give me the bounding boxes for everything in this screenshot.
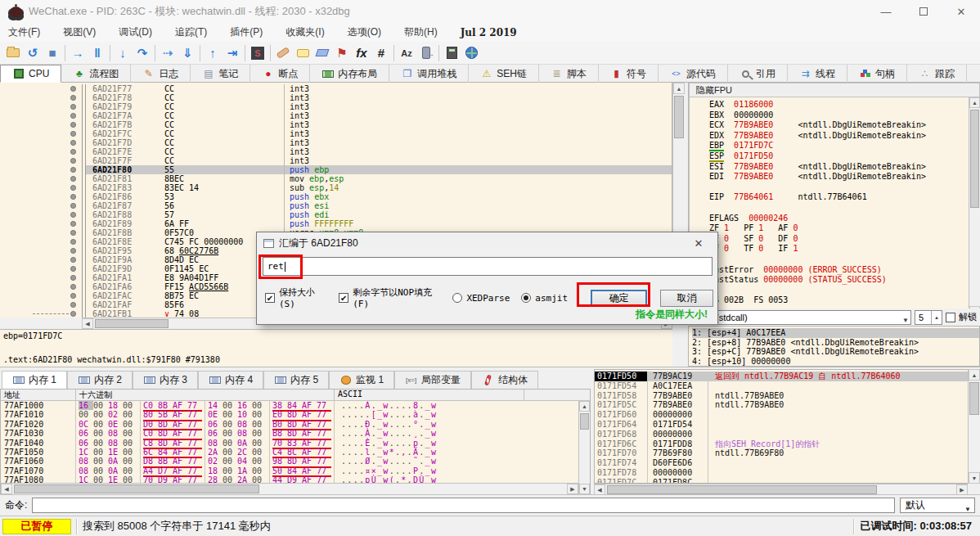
scroll-thumb[interactable]	[14, 484, 259, 493]
dialog-title-bar[interactable]: 汇编于 6AD21F80 ✕	[257, 232, 717, 254]
registers-vscrollbar[interactable]: ▲ ▼	[969, 97, 980, 317]
scroll-thumb[interactable]	[674, 96, 684, 138]
disasm-row[interactable]: 6AD21F8055push ebp	[0, 165, 672, 174]
register-line[interactable]: ECX 77B9ABE0 <ntdll.DbgUiRemoteBreakin>	[709, 120, 968, 131]
register-line[interactable]: EIP 77B64061 ntdll.77B64061	[709, 192, 968, 203]
breakpoint-gutter[interactable]	[0, 120, 82, 129]
scroll-thumb[interactable]	[969, 382, 979, 415]
stack-row[interactable]: 0171FD7800000000	[595, 468, 979, 478]
tab-trace[interactable]: ∴跟踪	[907, 65, 967, 83]
tab-locals[interactable]: [x=]局部变量	[394, 371, 471, 389]
step-over-icon[interactable]: ↷	[133, 43, 152, 63]
menu-item[interactable]: 视图(V)	[63, 25, 96, 39]
register-line[interactable]: ESP 0171FD50	[709, 151, 968, 162]
breakpoint-gutter[interactable]	[0, 273, 82, 282]
stack-argument-row[interactable]: 2: [esp+8] 77B9ABE0 <ntdll.DbgUiRemoteBr…	[692, 338, 979, 348]
fill-nop-checkbox[interactable]: ✔	[339, 293, 348, 303]
register-line[interactable]	[709, 203, 968, 214]
breakpoint-dot-icon[interactable]	[70, 131, 76, 137]
attach-phone-icon[interactable]	[416, 43, 436, 63]
run-icon[interactable]: →	[68, 43, 88, 63]
menu-item[interactable]: 插件(P)	[230, 25, 263, 39]
registers-list[interactable]: EAX 01186000EBX 00000000ECX 77B9ABE0 <nt…	[689, 97, 980, 318]
breakpoint-dot-icon[interactable]	[70, 122, 76, 128]
breakpoint-dot-icon[interactable]	[70, 293, 76, 299]
breakpoint-gutter[interactable]	[0, 156, 82, 165]
register-line[interactable]: OF 0 SF 0 DF 0	[709, 234, 968, 245]
calling-convention-select[interactable]: 默认 (stdcall) ▼	[691, 310, 911, 325]
function-fx-icon[interactable]: fx	[352, 43, 371, 63]
dump-rows[interactable]: 77AF100016001800C08BAF77140016003884AF77…	[1, 401, 590, 484]
dump-row[interactable]: 77AF107008000A00A4D7AF7718001A005084AF77…	[1, 466, 590, 475]
menu-item[interactable]: 追踪(T)	[175, 25, 207, 39]
tab-references[interactable]: 引用	[728, 65, 788, 83]
disasm-row[interactable]: 6AD21F896A FFpush FFFFFFFF	[0, 219, 672, 228]
breakpoint-dot-icon[interactable]	[70, 158, 76, 164]
unlock-checkbox[interactable]	[946, 313, 955, 322]
register-line[interactable]: ZF 1 PF 1 AF 0	[709, 223, 968, 234]
maximize-button[interactable]	[905, 0, 942, 23]
memory-dump-panel[interactable]: 地址 十六进制 ASCII 77AF100016001800C08BAF7714…	[0, 389, 591, 495]
dump-row[interactable]: 77AF103006000800C08DAF7706000800B88DAF77…	[1, 429, 590, 438]
breakpoint-dot-icon[interactable]	[70, 284, 76, 290]
register-line[interactable]	[709, 254, 968, 265]
dump-row[interactable]: 77AF106008000A00D88BAF7702000400988DAF77…	[1, 457, 590, 466]
breakpoint-dot-icon[interactable]	[70, 275, 76, 281]
animate-script-icon[interactable]: S	[248, 43, 267, 63]
register-line[interactable]: LastError 00000000 (ERROR_SUCCESS)	[709, 265, 968, 276]
breakpoint-dot-icon[interactable]	[70, 212, 76, 218]
tab-struct[interactable]: 结构体	[471, 371, 538, 389]
breakpoint-gutter[interactable]	[0, 192, 82, 201]
breakpoint-dot-icon[interactable]	[70, 86, 76, 92]
stack-row[interactable]: 0171FD5077B9AC19返回到 ntdll.77B9AC19 自 ntd…	[595, 372, 979, 381]
register-line[interactable]: EAX 01186000	[709, 100, 968, 110]
restart-icon[interactable]: ↺	[23, 43, 43, 63]
disasm-row[interactable]: 6AD21F8857push edi	[0, 210, 672, 219]
tab-dump-1[interactable]: 内存 1	[2, 371, 67, 389]
scroll-thumb[interactable]	[580, 413, 589, 430]
run-to-user-code-icon[interactable]: ⇥	[223, 43, 242, 63]
tab-handles[interactable]: 句柄	[847, 65, 907, 83]
disasm-row[interactable]: 6AD21F7CCCint3	[0, 129, 672, 138]
breakpoint-dot-icon[interactable]	[70, 140, 76, 146]
stack-row[interactable]: 0171FD54A0C17EEA	[595, 381, 979, 391]
breakpoint-dot-icon[interactable]	[70, 311, 76, 317]
disasm-row[interactable]: 6AD21F818BECmov ebp,esp	[0, 174, 672, 183]
breakpoint-dot-icon[interactable]	[70, 203, 76, 209]
dump-hscrollbar[interactable]: ◀ ▶	[1, 483, 578, 494]
tab-notes[interactable]: ▤笔记	[191, 65, 250, 83]
breakpoint-dot-icon[interactable]	[70, 194, 76, 200]
stack-arguments-panel[interactable]: 1: [esp+4] A0C17EEA2: [esp+8] 77B9ABE0 <…	[688, 326, 980, 367]
breakpoint-gutter[interactable]	[0, 183, 82, 192]
breakpoint-gutter[interactable]	[0, 264, 82, 273]
tab-graph[interactable]: ♣流程图	[61, 65, 131, 83]
run-until-return-icon[interactable]: ↑	[203, 43, 223, 63]
scroll-up-arrow[interactable]: ▲	[969, 97, 980, 108]
hide-fpu-button[interactable]: 隐藏FPU	[689, 83, 980, 97]
breakpoint-gutter[interactable]	[0, 219, 82, 228]
tab-watch-1[interactable]: 监视 1	[329, 371, 394, 389]
scroll-thumb[interactable]	[95, 319, 169, 328]
stop-icon[interactable]: ■	[43, 43, 62, 63]
breakpoint-dot-icon[interactable]	[70, 167, 76, 173]
disasm-row[interactable]: 6AD21F7BCCint3	[0, 120, 672, 129]
register-line[interactable]	[709, 286, 968, 296]
command-input[interactable]	[32, 498, 895, 513]
disasm-row[interactable]: 6AD21F8653push ebx	[0, 192, 672, 201]
register-line[interactable]: EBX 00000000	[709, 110, 968, 121]
dump-row[interactable]: 77AF100016001800C08BAF77140016003884AF77…	[1, 401, 590, 410]
disasm-row[interactable]: 6AD21F7FCCint3	[0, 156, 672, 165]
stack-row[interactable]: 0171FD74D60FE6D6	[595, 458, 979, 468]
breakpoint-dot-icon[interactable]	[70, 248, 76, 254]
tab-symbols[interactable]: ▮符号	[599, 65, 659, 83]
stepper-arrows[interactable]: ▲▼	[931, 311, 942, 324]
scroll-left-arrow[interactable]: ◀	[1, 484, 12, 494]
scroll-up-arrow[interactable]: ▲	[673, 83, 685, 94]
breakpoint-dot-icon[interactable]	[70, 185, 76, 191]
register-line[interactable]: EDI 77B9ABE0 <ntdll.DbgUiRemoteBreakin>	[709, 172, 968, 182]
tab-threads[interactable]: ⇉线程	[788, 65, 847, 83]
stack-vscrollbar[interactable]: ▲ ▼	[968, 369, 980, 484]
tab-dump-2[interactable]: 内存 2	[67, 371, 133, 389]
breakpoint-gutter[interactable]	[0, 300, 82, 309]
tab-breakpoints[interactable]: ●断点	[250, 65, 310, 83]
